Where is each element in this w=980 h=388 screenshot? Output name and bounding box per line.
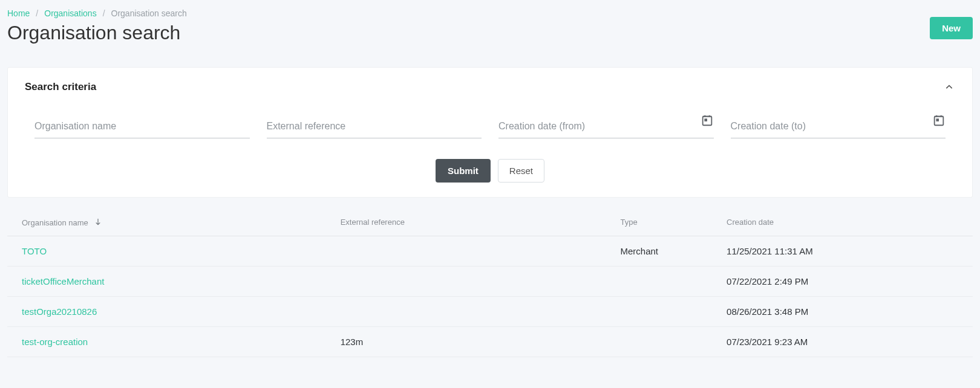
organisation-link[interactable]: ticketOfficeMerchant xyxy=(22,276,104,286)
table-row: TOTOMerchant11/25/2021 11:31 AM xyxy=(7,236,973,267)
submit-button[interactable]: Submit xyxy=(436,159,491,183)
breadcrumb-home[interactable]: Home xyxy=(7,8,30,18)
external-reference-input[interactable] xyxy=(267,116,482,138)
column-header-type[interactable]: Type xyxy=(606,206,713,236)
creation-date-from-field xyxy=(498,116,714,138)
chevron-up-icon xyxy=(943,81,955,93)
creation-date-cell: 07/23/2021 9:23 AM xyxy=(712,327,973,357)
svg-rect-6 xyxy=(936,118,939,121)
collapse-toggle[interactable] xyxy=(943,81,955,93)
column-header-organisation-name[interactable]: Organisation name xyxy=(7,206,326,236)
organisation-link[interactable]: testOrga20210826 xyxy=(22,306,97,317)
organisation-name-input[interactable] xyxy=(34,116,250,138)
breadcrumb-separator: / xyxy=(36,8,38,18)
organisation-link[interactable]: TOTO xyxy=(22,246,47,256)
calendar-icon[interactable] xyxy=(932,114,946,127)
table-row: ticketOfficeMerchant07/22/2021 2:49 PM xyxy=(7,267,973,297)
type-cell xyxy=(606,267,713,297)
column-header-external-reference[interactable]: External reference xyxy=(326,206,606,236)
svg-rect-1 xyxy=(704,118,707,121)
creation-date-from-input[interactable] xyxy=(498,116,714,138)
type-cell xyxy=(606,327,713,357)
organisation-link[interactable]: test-org-creation xyxy=(22,337,88,347)
external-reference-cell xyxy=(326,297,606,327)
breadcrumb-separator: / xyxy=(103,8,105,18)
search-criteria-card: Search criteria xyxy=(7,67,973,198)
breadcrumb-organisations[interactable]: Organisations xyxy=(44,8,96,18)
external-reference-field xyxy=(267,116,482,138)
external-reference-cell: 123m xyxy=(326,327,606,357)
external-reference-cell xyxy=(326,267,606,297)
creation-date-to-input[interactable] xyxy=(731,116,946,138)
external-reference-cell xyxy=(326,236,606,267)
calendar-icon[interactable] xyxy=(701,114,714,127)
column-header-label: Organisation name xyxy=(22,218,88,227)
type-cell: Merchant xyxy=(606,236,713,267)
breadcrumb: Home / Organisations / Organisation sear… xyxy=(7,7,187,22)
new-button[interactable]: New xyxy=(930,17,973,39)
results-table: Organisation name External reference Typ… xyxy=(7,206,973,357)
table-row: test-org-creation123m07/23/2021 9:23 AM xyxy=(7,327,973,357)
page-title: Organisation search xyxy=(7,22,187,44)
creation-date-cell: 08/26/2021 3:48 PM xyxy=(712,297,973,327)
sort-descending-icon xyxy=(94,219,102,228)
column-header-creation-date[interactable]: Creation date xyxy=(712,206,973,236)
breadcrumb-current: Organisation search xyxy=(111,8,187,18)
organisation-name-field xyxy=(34,116,250,138)
type-cell xyxy=(606,297,713,327)
table-row: testOrga2021082608/26/2021 3:48 PM xyxy=(7,297,973,327)
creation-date-to-field xyxy=(731,116,946,138)
creation-date-cell: 07/22/2021 2:49 PM xyxy=(712,267,973,297)
reset-button[interactable]: Reset xyxy=(498,159,544,183)
creation-date-cell: 11/25/2021 11:31 AM xyxy=(712,236,973,267)
search-criteria-title: Search criteria xyxy=(25,81,96,93)
